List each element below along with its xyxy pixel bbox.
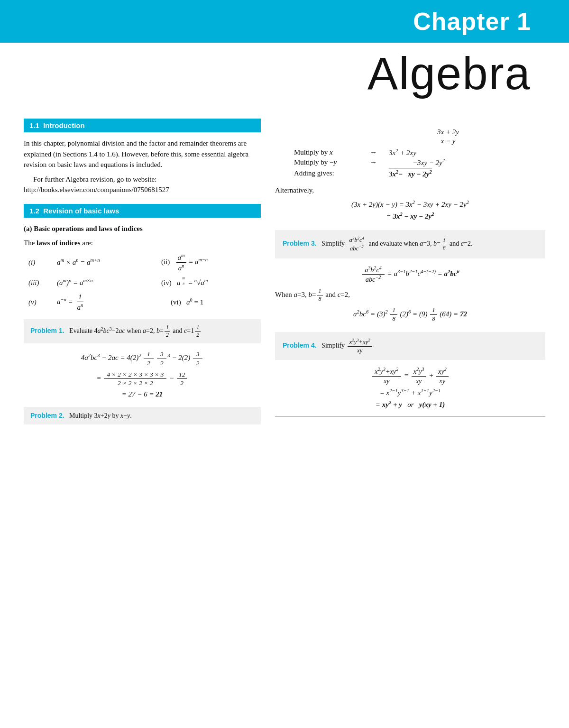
problem-3-eq1: a3b2c4abc−2 = a3−1b2−1c4−(−2) = a2bc6 <box>275 265 545 284</box>
problem-2-box: Problem 2. Multiply 3x+2y by x−y. <box>24 407 261 424</box>
indices-item-v: (v) a−n = 1 an (vi) a0 = 1 <box>28 293 261 313</box>
chapter-title: Chapter 1 <box>413 7 531 36</box>
section-1-1-header: 1.1 Introduction <box>24 119 261 132</box>
mult-row-adding: Adding gives: 3x2− xy − 2y2 <box>294 168 545 178</box>
section-1-2-label: 1.2 <box>29 207 39 215</box>
problem-3-box: Problem 3. Simplify a3b2c4abc−2 and eval… <box>275 230 545 258</box>
indices-item-iii: (iii) (am)n = am×n (iv) amn = n√am <box>28 275 261 291</box>
alternatively-eq1: (3x + 2y)(x − y) = 3x2 − 3xy + 2xy − 2y2 <box>275 200 545 209</box>
mult-row-neg-y: Multiply by −y → −3xy − 2y2 <box>294 158 545 167</box>
section-1-1-body2: For further Algebra revision, go to webs… <box>24 174 261 195</box>
section-1-1-body1: In this chapter, polynomial division and… <box>24 138 261 170</box>
chapter-banner: Chapter 1 <box>0 0 569 43</box>
algebra-title: Algebra <box>367 47 531 100</box>
bottom-divider <box>275 416 545 417</box>
section-1-1-title: Introduction <box>43 121 84 129</box>
laws-intro: The laws of indices are: <box>24 238 261 249</box>
mult-row-x: Multiply by x → 3x2 + 2xy <box>294 148 545 157</box>
subsection-a-title: (a) Basic operations and laws of indices <box>24 225 143 232</box>
problem-3-label: Problem 3. <box>283 240 317 247</box>
problem-2-label: Problem 2. <box>30 412 64 419</box>
problem-1-label: Problem 1. <box>30 327 64 334</box>
problem-1-box: Problem 1. Evaluate 4a2bc3−2ac when a=2,… <box>24 319 261 344</box>
problem-3-when: When a=3, b=18 and c=2, <box>275 287 545 303</box>
indices-item-i: (i) am × an = am+n (ii) am an = am−n <box>28 252 261 273</box>
problem-4-box: Problem 4. Simplify x2y3+xy2xy <box>275 332 545 360</box>
left-column: 1.1 Introduction In this chapter, polyno… <box>24 119 261 431</box>
algebra-title-container: Algebra <box>0 43 569 114</box>
indices-list: (i) am × an = am+n (ii) am an = am−n (ii… <box>28 252 261 313</box>
problem-4-label: Problem 4. <box>283 341 317 349</box>
alternatively-label: Alternatively, <box>275 185 545 196</box>
problem-4-eq1: x2y3+xy2xy = x2y3xy + xy2xy <box>275 367 545 385</box>
alternatively-eq2: = 3x2 − xy − 2y2 <box>275 212 545 221</box>
content-area: 1.1 Introduction In this chapter, polyno… <box>0 114 569 445</box>
section-1-1-label: 1.1 <box>29 121 39 129</box>
problem-4-eq3: = xy2 + y or y(xy + 1) <box>275 400 545 409</box>
problem-1-working: 4a2bc3 − 2ac = 4(2)2 1 2 3 23 − 2(2) 3 2… <box>24 350 261 398</box>
section-1-2-header: 1.2 Revision of basic laws <box>24 204 261 218</box>
problem-3-eq2: a2bc6 = (3)2 18 (2)6 = (9) 18 (64) = 72 <box>275 306 545 323</box>
problem-2-working: 3x + 2y x − y Multiply by x → 3x2 + 2xy … <box>294 128 545 178</box>
section-1-2-title: Revision of basic laws <box>43 207 119 215</box>
problem-4-eq2: = x2−1y3−1 + x1−1y2−1 <box>275 388 545 397</box>
right-column: 3x + 2y x − y Multiply by x → 3x2 + 2xy … <box>275 119 545 431</box>
